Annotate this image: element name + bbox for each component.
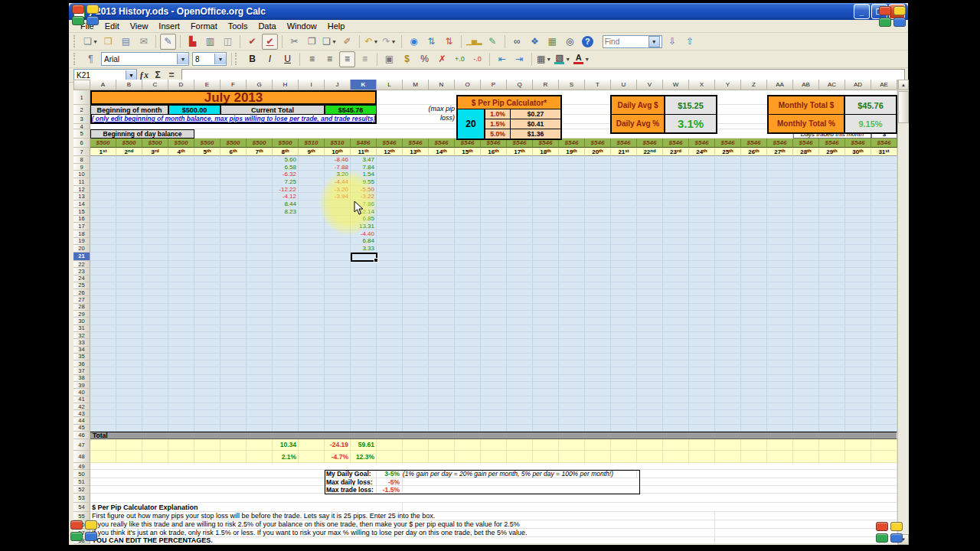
cell[interactable]: 7.84 xyxy=(351,164,377,171)
cell[interactable] xyxy=(793,389,819,396)
cell[interactable] xyxy=(819,425,845,432)
cell[interactable] xyxy=(637,261,663,268)
cell[interactable]: $546 xyxy=(585,139,611,148)
italic-icon[interactable]: I xyxy=(262,51,278,67)
cell[interactable]: -3.94 xyxy=(325,193,351,201)
cell[interactable] xyxy=(247,367,273,374)
cell[interactable] xyxy=(819,417,845,424)
cell[interactable] xyxy=(273,410,299,417)
cell[interactable] xyxy=(273,253,299,261)
cell[interactable] xyxy=(403,439,429,451)
cell[interactable] xyxy=(403,156,429,164)
cell[interactable] xyxy=(871,311,897,318)
cell[interactable] xyxy=(689,276,715,282)
cell[interactable] xyxy=(689,296,715,303)
cell[interactable] xyxy=(585,389,611,396)
cell[interactable] xyxy=(116,451,142,463)
row-header-7[interactable]: 7 xyxy=(74,148,90,156)
cell[interactable] xyxy=(351,261,377,268)
cell[interactable] xyxy=(299,354,325,360)
cell[interactable] xyxy=(142,245,168,253)
cell[interactable] xyxy=(637,439,663,451)
cell[interactable] xyxy=(247,156,273,164)
cell[interactable] xyxy=(871,296,897,303)
add-decimal-place-icon[interactable]: +.0 xyxy=(452,51,468,67)
cell[interactable] xyxy=(325,296,351,303)
cell[interactable] xyxy=(142,156,168,164)
cell[interactable] xyxy=(689,311,715,318)
cell[interactable] xyxy=(845,360,871,367)
email-icon[interactable]: ✉ xyxy=(136,34,152,50)
cell[interactable] xyxy=(767,282,793,289)
cell[interactable] xyxy=(637,245,663,253)
column-header-W[interactable]: W xyxy=(663,80,689,90)
cell[interactable] xyxy=(845,417,871,424)
cell[interactable] xyxy=(715,339,741,346)
cell[interactable]: Beginning of month xyxy=(90,105,168,115)
column-header-J[interactable]: J xyxy=(325,80,351,90)
cell[interactable] xyxy=(559,451,585,463)
cell[interactable]: 6th xyxy=(220,148,247,156)
cell[interactable] xyxy=(142,164,168,171)
cell[interactable]: 21st xyxy=(611,148,637,156)
scroll-up-icon[interactable]: ▲ xyxy=(898,80,909,90)
cell[interactable] xyxy=(871,396,897,403)
cell[interactable] xyxy=(325,360,351,367)
cell[interactable] xyxy=(663,360,689,367)
cell[interactable] xyxy=(637,396,663,403)
cell[interactable] xyxy=(299,318,325,324)
column-header-N[interactable]: N xyxy=(429,80,455,90)
cell[interactable] xyxy=(168,396,194,403)
cell[interactable] xyxy=(637,367,663,374)
cell[interactable] xyxy=(90,463,897,470)
cell[interactable] xyxy=(871,375,897,382)
cell[interactable] xyxy=(325,318,351,324)
cell[interactable] xyxy=(247,164,273,171)
cell[interactable] xyxy=(273,304,299,311)
cell[interactable] xyxy=(585,253,611,261)
cell[interactable] xyxy=(247,382,273,389)
cell[interactable] xyxy=(871,367,897,374)
cell[interactable] xyxy=(481,367,507,374)
cell[interactable] xyxy=(767,403,793,410)
cell[interactable] xyxy=(194,216,220,223)
cell[interactable]: 6.84 xyxy=(351,238,377,246)
cell[interactable] xyxy=(351,360,377,367)
cell[interactable] xyxy=(637,289,663,296)
cell[interactable] xyxy=(168,311,194,318)
cell[interactable] xyxy=(220,339,247,346)
cell[interactable] xyxy=(247,318,273,324)
cell[interactable] xyxy=(845,451,871,463)
cell[interactable] xyxy=(220,360,247,367)
cell[interactable]: $500 xyxy=(116,139,142,148)
cell[interactable] xyxy=(559,164,585,171)
cell[interactable] xyxy=(455,339,481,346)
row-header-15[interactable]: 15 xyxy=(74,208,90,216)
cell[interactable] xyxy=(168,289,194,296)
cell[interactable] xyxy=(273,339,299,346)
cell[interactable] xyxy=(142,451,168,463)
cell[interactable] xyxy=(819,451,845,463)
cell[interactable] xyxy=(767,193,793,201)
cell[interactable]: 17th xyxy=(507,148,533,156)
number-format-currency-icon[interactable]: $ xyxy=(399,51,415,67)
cell[interactable] xyxy=(455,311,481,318)
cell[interactable] xyxy=(793,245,819,253)
cell[interactable] xyxy=(481,396,507,403)
cell[interactable] xyxy=(767,186,793,194)
cell[interactable] xyxy=(559,171,585,178)
cell[interactable] xyxy=(247,332,273,339)
cell[interactable] xyxy=(871,268,897,275)
cell[interactable] xyxy=(351,318,377,324)
cell[interactable] xyxy=(220,178,247,186)
cell[interactable] xyxy=(299,375,325,382)
cell[interactable] xyxy=(403,268,429,275)
cell[interactable] xyxy=(273,318,299,324)
align-left-icon[interactable]: ≡ xyxy=(304,51,320,67)
cell[interactable] xyxy=(689,208,715,216)
cell[interactable] xyxy=(325,304,351,311)
cell[interactable] xyxy=(715,425,741,432)
cell[interactable]: -4.44 xyxy=(325,178,351,186)
cell[interactable] xyxy=(793,171,819,178)
cell[interactable] xyxy=(142,332,168,339)
